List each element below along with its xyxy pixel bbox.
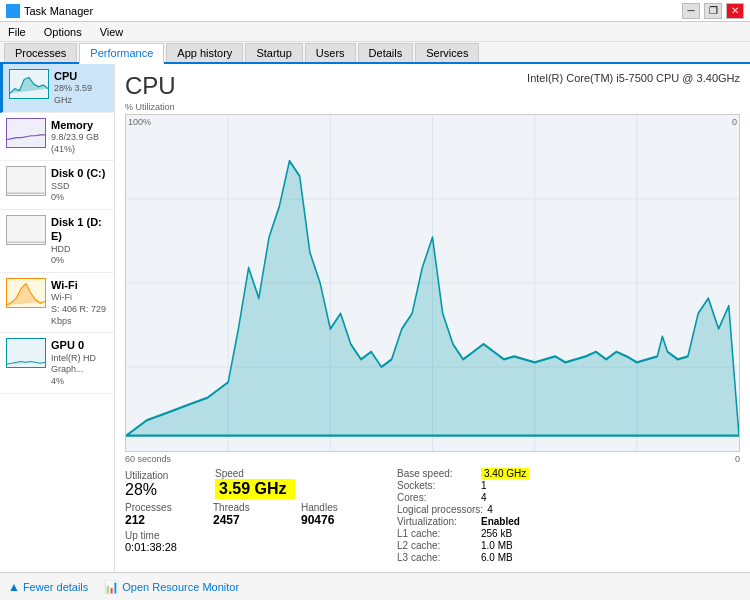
close-button[interactable]: ✕: [726, 3, 744, 19]
l3cache-row: L3 cache: 6.0 MB: [397, 552, 529, 563]
sidebar-item-memory[interactable]: Memory 9.8/23.9 GB (41%): [0, 113, 114, 162]
cores-row: Cores: 4: [397, 492, 529, 503]
bottom-bar: ▲ Fewer details 📊 Open Resource Monitor: [0, 572, 750, 600]
virtualization-value: Enabled: [481, 516, 520, 527]
l2cache-row: L2 cache: 1.0 MB: [397, 540, 529, 551]
disk1-sidebar-name: Disk 1 (D: E): [51, 215, 108, 244]
tab-processes[interactable]: Processes: [4, 43, 77, 62]
uptime-section: Up time 0:01:38:28: [125, 530, 381, 553]
gpu0-sidebar-info: GPU 0 Intel(R) HD Graph... 4%: [51, 338, 108, 387]
minimize-button[interactable]: ─: [682, 3, 700, 19]
base-speed-row: Base speed: 3.40 GHz: [397, 468, 529, 479]
main-content: CPU 28% 3.59 GHz Memory 9.8/23.9 GB (41%…: [0, 64, 750, 572]
sidebar-item-wifi[interactable]: Wi-Fi Wi-Fi S: 406 R: 729 Kbps: [0, 273, 114, 333]
app-icon: [6, 4, 20, 18]
sidebar-item-disk0[interactable]: Disk 0 (C:) SSD 0%: [0, 161, 114, 210]
tab-performance[interactable]: Performance: [79, 43, 164, 64]
sockets-label: Sockets:: [397, 480, 477, 491]
cores-label: Cores:: [397, 492, 477, 503]
chart-zero-label: 0: [735, 454, 740, 464]
sockets-value: 1: [481, 480, 487, 491]
restore-button[interactable]: ❐: [704, 3, 722, 19]
fewer-details-icon: ▲: [8, 580, 20, 594]
logical-processors-label: Logical processors:: [397, 504, 483, 515]
disk1-mini-graph: [6, 215, 46, 245]
utilization-stat: Utilization 28%: [125, 470, 205, 499]
threads-label: Threads: [213, 502, 293, 513]
open-resource-monitor-link[interactable]: 📊 Open Resource Monitor: [104, 580, 239, 594]
menu-bar: File Options View: [0, 22, 750, 42]
gpu0-mini-graph: [6, 338, 46, 368]
utilization-value: 28%: [125, 481, 205, 499]
base-speed-value: 3.40 GHz: [481, 468, 529, 479]
memory-mini-graph: [6, 118, 46, 148]
uptime-label: Up time: [125, 530, 381, 541]
fewer-details-label: Fewer details: [23, 581, 88, 593]
chart-min-label: 0: [732, 117, 737, 127]
sidebar-item-disk1[interactable]: Disk 1 (D: E) HDD 0%: [0, 210, 114, 273]
menu-file[interactable]: File: [4, 24, 30, 40]
speed-stat: Speed 3.59 GHz: [215, 468, 295, 499]
processes-stat: Processes 212: [125, 502, 205, 527]
tab-services[interactable]: Services: [415, 43, 479, 62]
sidebar: CPU 28% 3.59 GHz Memory 9.8/23.9 GB (41%…: [0, 64, 115, 572]
gpu0-sidebar-sub2: 4%: [51, 376, 108, 388]
menu-view[interactable]: View: [96, 24, 128, 40]
l1cache-label: L1 cache:: [397, 528, 477, 539]
resource-monitor-icon: 📊: [104, 580, 119, 594]
wifi-sidebar-info: Wi-Fi Wi-Fi S: 406 R: 729 Kbps: [51, 278, 108, 327]
fewer-details-link[interactable]: ▲ Fewer details: [8, 580, 88, 594]
cpu-title: CPU: [125, 72, 176, 100]
utilization-label: Utilization: [125, 470, 205, 481]
tab-startup[interactable]: Startup: [245, 43, 302, 62]
memory-sidebar-sub: 9.8/23.9 GB (41%): [51, 132, 108, 155]
gpu0-sidebar-name: GPU 0: [51, 338, 108, 352]
sidebar-item-gpu0[interactable]: GPU 0 Intel(R) HD Graph... 4%: [0, 333, 114, 393]
sockets-row: Sockets: 1: [397, 480, 529, 491]
proc-thread-row: Processes 212 Threads 2457 Handles 90476: [125, 502, 381, 527]
content-header: CPU Intel(R) Core(TM) i5-7500 CPU @ 3.40…: [125, 72, 740, 100]
chart-label: % Utilization: [125, 102, 740, 112]
logical-processors-value: 4: [487, 504, 493, 515]
handles-label: Handles: [301, 502, 381, 513]
window-controls: ─ ❐ ✕: [682, 3, 744, 19]
chart-time-label: 60 seconds: [125, 454, 171, 464]
wifi-sidebar-name: Wi-Fi: [51, 278, 108, 292]
disk0-sidebar-sub2: 0%: [51, 192, 108, 204]
open-resource-monitor-label: Open Resource Monitor: [122, 581, 239, 593]
stats-section: Utilization 28% Speed 3.59 GHz Processes…: [125, 468, 740, 564]
wifi-sidebar-sub1: Wi-Fi: [51, 292, 108, 304]
cpu-sidebar-info: CPU 28% 3.59 GHz: [54, 69, 108, 107]
cpu-mini-graph: [9, 69, 49, 99]
base-speed-label: Base speed:: [397, 468, 477, 479]
sidebar-item-cpu[interactable]: CPU 28% 3.59 GHz: [0, 64, 114, 113]
memory-sidebar-info: Memory 9.8/23.9 GB (41%): [51, 118, 108, 156]
l3cache-value: 6.0 MB: [481, 552, 513, 563]
speed-value: 3.59 GHz: [215, 479, 295, 499]
l2cache-value: 1.0 MB: [481, 540, 513, 551]
cores-value: 4: [481, 492, 487, 503]
menu-options[interactable]: Options: [40, 24, 86, 40]
processes-label: Processes: [125, 502, 205, 513]
right-stats: Base speed: 3.40 GHz Sockets: 1 Cores: 4…: [397, 468, 529, 564]
title-bar: Task Manager ─ ❐ ✕: [0, 0, 750, 22]
disk0-sidebar-name: Disk 0 (C:): [51, 166, 108, 180]
logical-processors-row: Logical processors: 4: [397, 504, 529, 515]
left-stats: Utilization 28% Speed 3.59 GHz Processes…: [125, 468, 381, 564]
uptime-value: 0:01:38:28: [125, 541, 381, 553]
cpu-spec: Intel(R) Core(TM) i5-7500 CPU @ 3.40GHz: [527, 72, 740, 84]
disk0-sidebar-sub1: SSD: [51, 181, 108, 193]
tab-users[interactable]: Users: [305, 43, 356, 62]
handles-value: 90476: [301, 513, 381, 527]
tab-bar: Processes Performance App history Startu…: [0, 42, 750, 64]
tab-apphistory[interactable]: App history: [166, 43, 243, 62]
tab-details[interactable]: Details: [358, 43, 414, 62]
l3cache-label: L3 cache:: [397, 552, 477, 563]
l1cache-value: 256 kB: [481, 528, 512, 539]
disk0-sidebar-info: Disk 0 (C:) SSD 0%: [51, 166, 108, 204]
window-title: Task Manager: [24, 5, 682, 17]
threads-value: 2457: [213, 513, 293, 527]
disk1-sidebar-info: Disk 1 (D: E) HDD 0%: [51, 215, 108, 267]
virtualization-row: Virtualization: Enabled: [397, 516, 529, 527]
handles-stat: Handles 90476: [301, 502, 381, 527]
